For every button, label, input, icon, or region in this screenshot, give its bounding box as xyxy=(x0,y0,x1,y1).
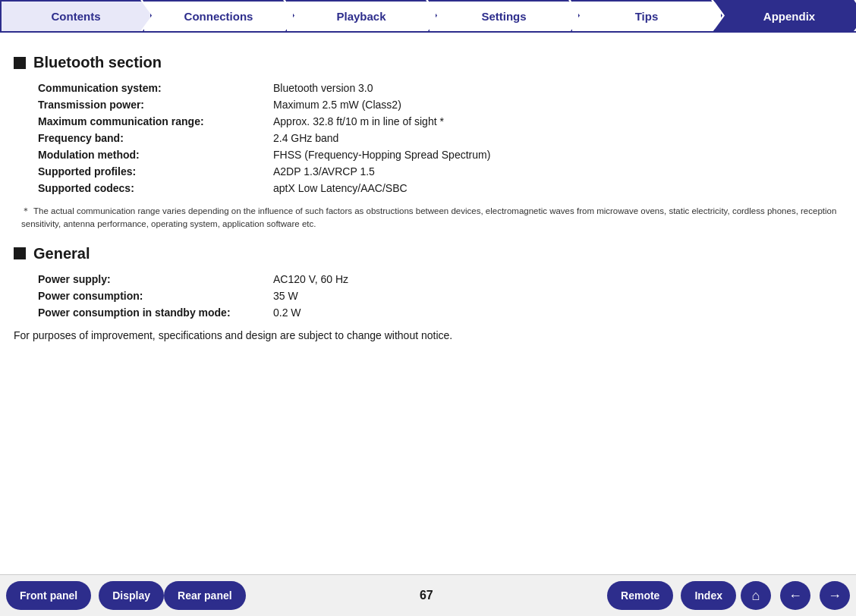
table-row: Power supply: AC120 V, 60 Hz xyxy=(38,273,842,285)
spec-label: Power consumption: xyxy=(38,290,273,302)
rear-panel-button[interactable]: Rear panel xyxy=(164,581,246,610)
bluetooth-section-title: Bluetooth section xyxy=(33,54,162,71)
tab-bar: Contents Connections Playback Settings T… xyxy=(0,0,856,33)
table-row: Supported codecs: aptX Low Latency/AAC/S… xyxy=(38,182,842,194)
general-section-title: General xyxy=(33,245,90,262)
bluetooth-footnote: ＊The actual communication range varies d… xyxy=(21,205,842,231)
front-panel-button[interactable]: Front panel xyxy=(6,581,91,610)
bluetooth-specs-table: Communication system: Bluetooth version … xyxy=(38,82,842,194)
bottom-nav-right: ⌂ ← → xyxy=(736,581,850,610)
table-row: Power consumption in standby mode: 0.2 W xyxy=(38,306,842,319)
improvement-notice: For purposes of improvement, specificati… xyxy=(14,329,842,341)
spec-value: Approx. 32.8 ft/10 m in line of sight * xyxy=(273,115,444,127)
spec-label: Power supply: xyxy=(38,273,273,285)
table-row: Transmission power: Maximum 2.5 mW (Clas… xyxy=(38,99,842,111)
spec-label: Transmission power: xyxy=(38,99,273,111)
spec-value: Bluetooth version 3.0 xyxy=(273,82,373,94)
spec-label: Modulation method: xyxy=(38,149,273,161)
tab-connections[interactable]: Connections xyxy=(143,0,294,31)
tab-settings[interactable]: Settings xyxy=(428,0,580,31)
spec-value: A2DP 1.3/AVRCP 1.5 xyxy=(273,165,375,178)
home-button[interactable]: ⌂ xyxy=(741,581,771,610)
page-number: 67 xyxy=(408,589,445,602)
bluetooth-section-header: Bluetooth section xyxy=(14,54,842,71)
spec-value: 35 W xyxy=(273,290,298,302)
forward-button[interactable]: → xyxy=(820,581,850,610)
display-button[interactable]: Display xyxy=(99,581,164,610)
spec-value: Maximum 2.5 mW (Class2) xyxy=(273,99,401,111)
index-button[interactable]: Index xyxy=(681,581,736,610)
spec-label: Communication system: xyxy=(38,82,273,94)
tab-contents[interactable]: Contents xyxy=(0,0,152,31)
table-row: Supported profiles: A2DP 1.3/AVRCP 1.5 xyxy=(38,165,842,178)
back-button[interactable]: ← xyxy=(780,581,810,610)
general-section-header: General xyxy=(14,245,842,262)
general-specs-table: Power supply: AC120 V, 60 Hz Power consu… xyxy=(38,273,842,319)
spec-label: Power consumption in standby mode: xyxy=(38,306,273,319)
spec-value: FHSS (Frequency-Hopping Spread Spectrum) xyxy=(273,149,490,161)
main-content: Bluetooth section Communication system: … xyxy=(0,33,856,349)
spec-value: AC120 V, 60 Hz xyxy=(273,273,348,285)
tab-tips[interactable]: Tips xyxy=(571,0,722,31)
spec-label: Supported profiles: xyxy=(38,165,273,178)
tab-playback[interactable]: Playback xyxy=(285,0,437,31)
section-square-icon xyxy=(14,247,26,259)
bottom-nav-center: Rear panel 67 Remote Index xyxy=(164,581,736,610)
spec-label: Supported codecs: xyxy=(38,182,273,194)
table-row: Communication system: Bluetooth version … xyxy=(38,82,842,94)
spec-label: Maximum communication range: xyxy=(38,115,273,127)
forward-arrow-icon: → xyxy=(828,588,842,604)
spec-value: 2.4 GHz band xyxy=(273,132,338,144)
back-arrow-icon: ← xyxy=(788,588,802,604)
table-row: Modulation method: FHSS (Frequency-Hoppi… xyxy=(38,149,842,161)
spec-label: Frequency band: xyxy=(38,132,273,144)
bottom-navigation: Front panel Display Rear panel 67 Remote… xyxy=(0,574,856,616)
home-icon: ⌂ xyxy=(752,588,760,604)
footnote-asterisk: ＊ xyxy=(21,206,30,215)
table-row: Power consumption: 35 W xyxy=(38,290,842,302)
tab-appendix[interactable]: Appendix xyxy=(713,0,856,31)
table-row: Maximum communication range: Approx. 32.… xyxy=(38,115,842,127)
spec-value: aptX Low Latency/AAC/SBC xyxy=(273,182,408,194)
section-square-icon xyxy=(14,57,26,69)
table-row: Frequency band: 2.4 GHz band xyxy=(38,132,842,144)
remote-button[interactable]: Remote xyxy=(607,581,673,610)
bottom-nav-left: Front panel Display xyxy=(6,581,164,610)
spec-value: 0.2 W xyxy=(273,306,301,319)
